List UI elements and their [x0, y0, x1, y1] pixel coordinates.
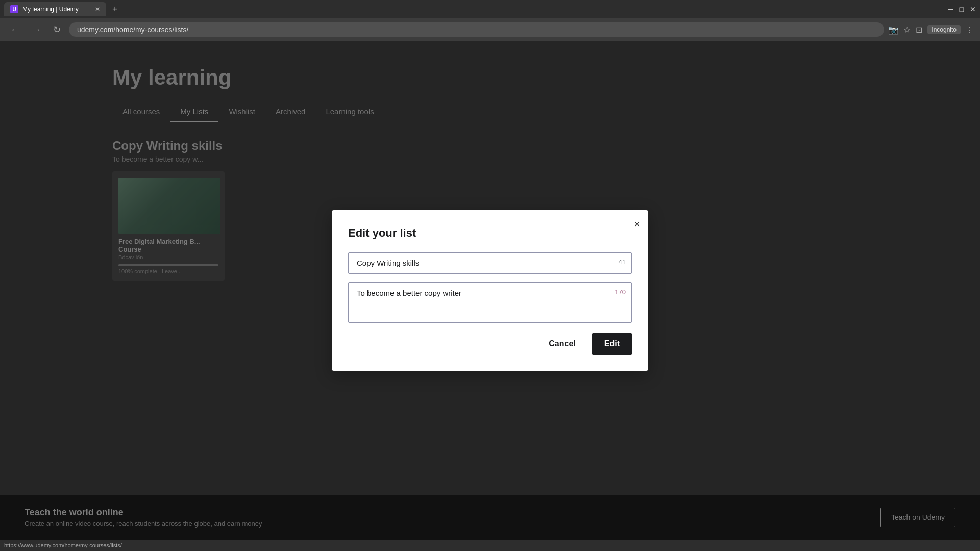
- edit-list-modal: Edit your list × 41 To become a better c…: [332, 210, 648, 371]
- modal-overlay: Edit your list × 41 To become a better c…: [0, 41, 980, 540]
- close-window-icon[interactable]: ✕: [970, 5, 976, 13]
- window-controls: ─ □ ✕: [946, 5, 976, 13]
- incognito-badge[interactable]: Incognito: [927, 25, 961, 34]
- modal-actions: Cancel Edit: [348, 333, 632, 355]
- edit-button[interactable]: Edit: [592, 333, 632, 355]
- window-buttons: ─ □ ✕: [946, 5, 976, 13]
- browser-frame: U My learning | Udemy ✕ + ─ □ ✕ ← → ↻ 📷 …: [0, 0, 980, 551]
- list-description-field-wrapper: To become a better copy writer 170: [348, 282, 632, 325]
- cancel-button[interactable]: Cancel: [541, 334, 583, 354]
- bookmark-icon[interactable]: ☆: [903, 25, 911, 35]
- minimize-icon[interactable]: ─: [948, 5, 953, 13]
- tab-title: My learning | Udemy: [22, 6, 79, 13]
- list-description-input[interactable]: To become a better copy writer: [348, 282, 632, 323]
- status-bar: https://www.udemy.com/home/my-courses/li…: [0, 540, 980, 551]
- address-bar[interactable]: [69, 22, 884, 37]
- description-char-count: 170: [615, 288, 626, 296]
- modal-close-button[interactable]: ×: [634, 218, 640, 230]
- browser-tab-active[interactable]: U My learning | Udemy ✕: [4, 2, 106, 16]
- modal-title: Edit your list: [348, 227, 632, 240]
- tab-close-button[interactable]: ✕: [95, 6, 100, 13]
- new-tab-button[interactable]: +: [108, 3, 122, 16]
- tab-favicon: U: [10, 5, 18, 13]
- list-name-field-wrapper: 41: [348, 252, 632, 274]
- name-char-count: 41: [619, 258, 626, 266]
- browser-toolbar: ← → ↻ 📷 ☆ ⊡ Incognito ⋮: [0, 18, 980, 41]
- browser-titlebar: U My learning | Udemy ✕ + ─ □ ✕: [0, 0, 980, 18]
- status-url: https://www.udemy.com/home/my-courses/li…: [4, 542, 122, 548]
- more-options-icon[interactable]: ⋮: [966, 25, 974, 35]
- page-content: My learning All courses My Lists Wishlis…: [0, 41, 980, 540]
- toolbar-icons: 📷 ☆ ⊡ Incognito ⋮: [888, 25, 974, 35]
- reload-button[interactable]: ↻: [49, 22, 65, 37]
- maximize-icon[interactable]: □: [960, 5, 964, 13]
- sidebar-icon[interactable]: ⊡: [916, 25, 922, 35]
- forward-button[interactable]: →: [28, 22, 45, 37]
- camera-icon: 📷: [888, 25, 898, 35]
- list-name-input[interactable]: [348, 252, 632, 274]
- back-button[interactable]: ←: [6, 22, 23, 37]
